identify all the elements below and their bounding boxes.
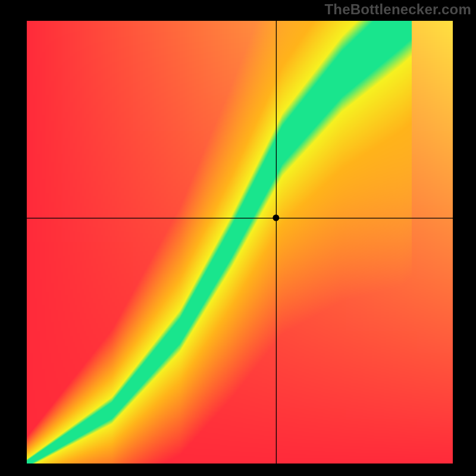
heatmap-plot [27,21,453,464]
chart-frame: TheBottlenecker.com [0,0,476,476]
heatmap-canvas [27,21,453,464]
watermark-label: TheBottlenecker.com [324,1,471,18]
